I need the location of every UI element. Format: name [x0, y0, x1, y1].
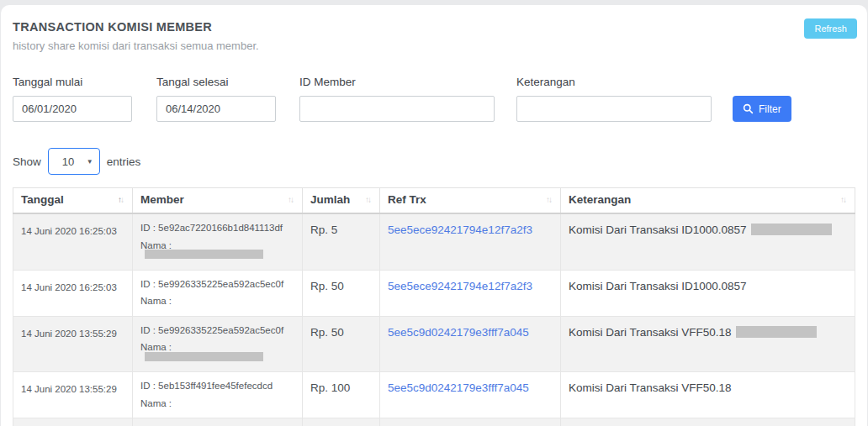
tanggal-mulai-input[interactable] — [13, 96, 132, 122]
cell-ref-trx: 5ee5c9d0242179e3fff7a045 — [380, 316, 561, 372]
komisi-table: Tanggal↑↓Member↑↓Jumlah↑↓Ref Trx↑↓Ketera… — [13, 187, 855, 426]
cell-tanggal: 14 Juni 2020 13:55:29 — [13, 316, 133, 372]
cell-keterangan: Komisi Dari Transaksi VFF50.18 — [561, 418, 855, 426]
cell-member: ID : 5eb153ff491fee45fefecdcdNama : — [133, 372, 303, 418]
cell-member: ID : 5e9926335225ea592ac5ec0fNama : — [133, 316, 303, 372]
filter-form: Tanggal mulai Tangal selesai ID Member K… — [13, 76, 855, 122]
filter-button[interactable]: Filter — [733, 96, 791, 122]
member-nama: Nama : — [140, 241, 294, 260]
cell-tanggal: 14 Juni 2020 13:55:29 — [13, 418, 133, 426]
id-member-input[interactable] — [299, 96, 495, 122]
column-header-jumlah[interactable]: Jumlah↑↓ — [303, 188, 380, 214]
filter-group-id-member: ID Member — [299, 76, 495, 122]
transaction-komisi-panel: TRANSACTION KOMISI MEMBER history share … — [1, 5, 867, 426]
sort-icon: ↑↓ — [840, 195, 847, 204]
ref-trx-link[interactable]: 5ee5ece92421794e12f7a2f3 — [388, 280, 532, 292]
table-row: 14 Juni 2020 13:55:29ID : 5e9926335225ea… — [13, 316, 855, 372]
cell-jumlah: Rp. 50 — [303, 316, 380, 372]
column-label: Tanggal — [21, 193, 64, 206]
redaction-block — [145, 250, 263, 259]
cell-ref-trx: 5ee5c9d0242179e3fff7a045 — [380, 418, 561, 426]
table-length-control: Show 10 ▼ entries — [13, 148, 855, 175]
filter-group-tanggal-selesai: Tangal selesai — [156, 76, 276, 122]
cell-tanggal: 14 Juni 2020 16:25:03 — [13, 270, 133, 316]
table-row: 14 Juni 2020 13:55:29ID : 5eb153ff491fee… — [13, 372, 855, 418]
column-header-tanggal[interactable]: Tanggal↑↓ — [13, 188, 133, 214]
member-id: ID : 5eb153ff491fee45fefecdcd — [140, 381, 294, 392]
filter-group-tanggal-mulai: Tanggal mulai — [13, 76, 132, 122]
member-nama: Nama : — [140, 297, 294, 307]
cell-jumlah: Rp. 100 — [303, 372, 380, 418]
tanggal-selesai-input[interactable] — [156, 96, 276, 122]
cell-jumlah: Rp. 50 — [303, 270, 380, 316]
cell-keterangan: Komisi Dari Transaksi ID1000.0857 — [561, 213, 855, 270]
member-id: ID : 5e92ac7220166b1d841113df — [140, 224, 294, 234]
tanggal-selesai-label: Tangal selesai — [156, 76, 276, 88]
column-header-ref-trx[interactable]: Ref Trx↑↓ — [380, 188, 561, 214]
cell-keterangan: Komisi Dari Transaksi VFF50.18 — [561, 316, 855, 372]
tanggal-mulai-label: Tanggal mulai — [13, 76, 132, 88]
column-label: Member — [140, 193, 184, 206]
ref-trx-link[interactable]: 5ee5c9d0242179e3fff7a045 — [388, 326, 529, 339]
table-header-row: Tanggal↑↓Member↑↓Jumlah↑↓Ref Trx↑↓Ketera… — [13, 188, 855, 214]
cell-tanggal: 14 Juni 2020 16:25:03 — [13, 213, 133, 270]
member-id: ID : 5e9926335225ea592ac5ec0f — [140, 280, 294, 290]
cell-keterangan: Komisi Dari Transaksi ID1000.0857 — [561, 270, 855, 316]
ref-trx-link[interactable]: 5ee5ece92421794e12f7a2f3 — [388, 224, 532, 236]
redaction-block — [145, 352, 263, 361]
search-icon — [743, 103, 754, 114]
sort-icon: ↑↓ — [118, 195, 124, 204]
cell-member: ID : 5e92ac7220166b1d841113dfNama : — [133, 418, 303, 426]
cell-tanggal: 14 Juni 2020 13:55:29 — [13, 372, 133, 418]
member-nama: Nama : — [140, 343, 294, 362]
keterangan-input[interactable] — [516, 96, 712, 122]
page-subtitle: history share komisi dari transaksi semu… — [13, 39, 855, 52]
column-label: Keterangan — [569, 193, 631, 206]
sort-icon: ↑↓ — [546, 195, 553, 204]
keterangan-text: Komisi Dari Transaksi ID1000.0857 — [569, 280, 747, 292]
entries-label: entries — [107, 155, 141, 168]
entries-select[interactable]: 10 — [48, 148, 100, 175]
cell-member: ID : 5e92ac7220166b1d841113dfNama : — [133, 213, 303, 270]
refresh-button[interactable]: Refresh — [804, 18, 857, 39]
keterangan-text: Komisi Dari Transaksi VFF50.18 — [569, 326, 732, 339]
cell-ref-trx: 5ee5ece92421794e12f7a2f3 — [380, 213, 561, 270]
keterangan-label: Keterangan — [516, 76, 712, 88]
table-row: 14 Juni 2020 16:25:03ID : 5e92ac7220166b… — [13, 213, 855, 270]
cell-ref-trx: 5ee5c9d0242179e3fff7a045 — [380, 372, 561, 418]
table-row: 14 Juni 2020 16:25:03ID : 5e9926335225ea… — [13, 270, 855, 316]
keterangan-text: Komisi Dari Transaksi ID1000.0857 — [569, 224, 747, 236]
cell-member: ID : 5e9926335225ea592ac5ec0fNama : — [133, 270, 303, 316]
column-label: Ref Trx — [388, 193, 426, 206]
id-member-label: ID Member — [299, 76, 495, 88]
page-title: TRANSACTION KOMISI MEMBER — [13, 20, 855, 34]
member-id: ID : 5e9926335225ea592ac5ec0f — [140, 326, 294, 336]
ref-trx-link[interactable]: 5ee5c9d0242179e3fff7a045 — [388, 381, 529, 394]
column-header-member[interactable]: Member↑↓ — [133, 188, 303, 214]
redaction-block — [736, 326, 817, 338]
table-row: 14 Juni 2020 13:55:29ID : 5e92ac7220166b… — [13, 418, 855, 426]
cell-jumlah: Rp. 5 — [303, 418, 380, 426]
cell-ref-trx: 5ee5ece92421794e12f7a2f3 — [380, 270, 561, 316]
cell-keterangan: Komisi Dari Transaksi VFF50.18 — [561, 372, 855, 418]
redaction-block — [751, 224, 832, 235]
filter-button-label: Filter — [759, 103, 781, 115]
column-header-keterangan[interactable]: Keterangan↑↓ — [561, 188, 855, 214]
member-nama: Nama : — [140, 399, 294, 409]
sort-icon: ↑↓ — [365, 195, 372, 204]
show-label: Show — [13, 155, 41, 168]
cell-jumlah: Rp. 5 — [303, 213, 380, 270]
sort-icon: ↑↓ — [288, 195, 294, 204]
filter-group-keterangan: Keterangan — [516, 76, 712, 122]
table-body: 14 Juni 2020 16:25:03ID : 5e92ac7220166b… — [13, 213, 855, 426]
column-label: Jumlah — [310, 193, 350, 206]
keterangan-text: Komisi Dari Transaksi VFF50.18 — [569, 381, 732, 394]
